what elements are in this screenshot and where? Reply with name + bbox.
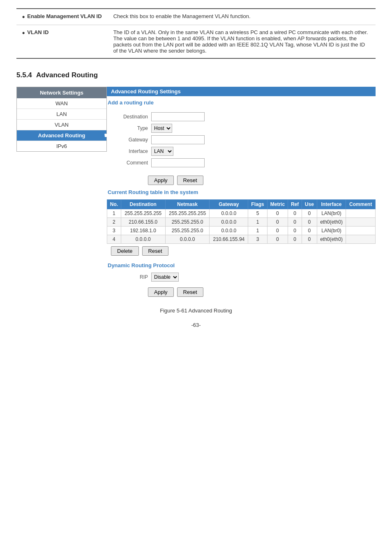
management-vlan-label-cell: • Enable Management VLAN ID [16,9,108,25]
rip-label: RIP [111,274,148,280]
routing-table: No. Destination Netmask Gateway Flags Me… [107,199,376,244]
dynamic-routing-apply-button[interactable]: Apply [148,287,174,297]
routing-table-reset-button[interactable]: Reset [142,246,168,256]
advanced-routing-section-bar: Advanced Routing Settings [107,87,376,96]
gateway-input[interactable] [151,135,205,144]
col-gateway: Gateway [210,200,248,209]
sidebar-item-lan[interactable]: LAN [17,109,106,120]
table-cell: eth0(eth0) [317,235,346,244]
table-row: 2210.66.155.0255.255.255.00.0.0.01000eth… [107,218,376,227]
vlan-id-label-cell: • VLAN ID [16,25,108,59]
table-cell: 192.168.1.0 [121,227,165,235]
destination-input[interactable] [151,112,205,121]
bullet-icon: • [22,13,25,21]
col-ref: Ref [288,200,302,209]
routing-table-buttons: Delete Reset [107,244,376,258]
table-cell: 0 [302,209,317,218]
comment-input[interactable] [151,158,205,167]
gateway-label: Gateway [111,137,148,143]
destination-row: Destination [111,112,371,121]
routing-layout: Network Settings WAN LAN VLAN Advanced R… [16,87,376,301]
sidebar-item-vlan[interactable]: VLAN [17,120,106,130]
table-cell: 3 [248,235,267,244]
sidebar-item-ipv6[interactable]: IPv6 [17,141,106,151]
table-cell: 210.66.155.94 [210,235,248,244]
table-cell: 210.66.155.0 [121,218,165,227]
table-cell: 0 [267,227,288,235]
table-cell: 2 [107,218,121,227]
panel-title: Network Settings [17,87,106,98]
info-row-vlan-id: • VLAN ID The ID of a VLAN. Only in the … [16,25,376,59]
table-cell: 0 [267,209,288,218]
table-cell: 0 [288,218,302,227]
interface-row: Interface LAN WAN [111,147,371,156]
management-vlan-label: Enable Management VLAN ID [27,13,101,19]
type-select[interactable]: Host Net [151,124,172,133]
table-row: 1255.255.255.255255.255.255.2550.0.0.050… [107,209,376,218]
table-cell: 0.0.0.0 [121,235,165,244]
col-no: No. [107,200,121,209]
col-use: Use [302,200,317,209]
table-row: 3192.168.1.0255.255.255.00.0.0.01000LAN(… [107,227,376,235]
col-netmask: Netmask [165,200,210,209]
sidebar-item-advanced-routing[interactable]: Advanced Routing ☛ [17,130,106,141]
table-cell: LAN(br0) [317,227,346,235]
add-routing-buttons: Apply Reset [107,174,376,189]
routing-table-header: No. Destination Netmask Gateway Flags Me… [107,200,376,209]
dynamic-routing-buttons: Apply Reset [107,286,376,301]
table-cell: 0.0.0.0 [210,227,248,235]
dynamic-routing-form: RIP Disable Enable [107,271,376,286]
table-cell: eth0(eth0) [317,218,346,227]
dynamic-routing-label: Dynamic Routing Protocol [108,262,375,268]
comment-label: Comment [111,160,148,166]
interface-select[interactable]: LAN WAN [151,147,173,156]
table-cell: 1 [248,227,267,235]
vlan-id-label: VLAN ID [27,29,48,35]
table-cell: 255.255.255.0 [165,227,210,235]
vlan-id-content: The ID of a VLAN. Only in the same VLAN … [108,25,376,59]
table-cell: 0 [288,235,302,244]
table-cell: 255.255.255.0 [165,218,210,227]
table-cell: 3 [107,227,121,235]
table-cell: 0 [288,209,302,218]
table-cell: 0 [302,218,317,227]
rip-select[interactable]: Disable Enable [151,273,179,282]
table-cell: 0.0.0.0 [210,209,248,218]
page-number: -63- [16,322,376,328]
info-table: • Enable Management VLAN ID Check this b… [16,8,376,59]
col-interface: Interface [317,200,346,209]
section-title: Advanced Routing [36,71,98,79]
add-routing-apply-button[interactable]: Apply [148,176,174,185]
info-row-management-vlan: • Enable Management VLAN ID Check this b… [16,9,376,25]
add-routing-reset-button[interactable]: Reset [177,176,203,185]
sidebar-item-wan[interactable]: WAN [17,98,106,109]
col-destination: Destination [121,200,165,209]
table-cell: 1 [107,209,121,218]
table-cell: 0 [288,227,302,235]
table-cell [346,235,376,244]
management-vlan-content: Check this box to enable the Management … [108,9,376,25]
current-routing-label: Current Routing table in the system [108,189,376,195]
table-cell: 0.0.0.0 [165,235,210,244]
cursor-icon: ☛ [104,132,110,139]
dynamic-routing-reset-button[interactable]: Reset [177,287,203,297]
table-cell: 1 [248,218,267,227]
rip-row: RIP Disable Enable [111,273,371,282]
type-label: Type [111,125,148,131]
table-cell: 0 [267,218,288,227]
table-cell [346,209,376,218]
table-cell [346,218,376,227]
table-cell: 0 [302,227,317,235]
type-row: Type Host Net [111,124,371,133]
add-routing-label: Add a routing rule [108,99,376,106]
table-cell: 255.255.255.255 [121,209,165,218]
table-cell: 5 [248,209,267,218]
delete-button[interactable]: Delete [111,246,139,256]
destination-label: Destination [111,114,148,120]
section-number: 5.5.4 [16,71,32,79]
table-cell: 0 [302,235,317,244]
table-cell: 0.0.0.0 [210,218,248,227]
network-settings-panel: Network Settings WAN LAN VLAN Advanced R… [16,87,107,152]
table-cell [346,227,376,235]
col-flags: Flags [248,200,267,209]
